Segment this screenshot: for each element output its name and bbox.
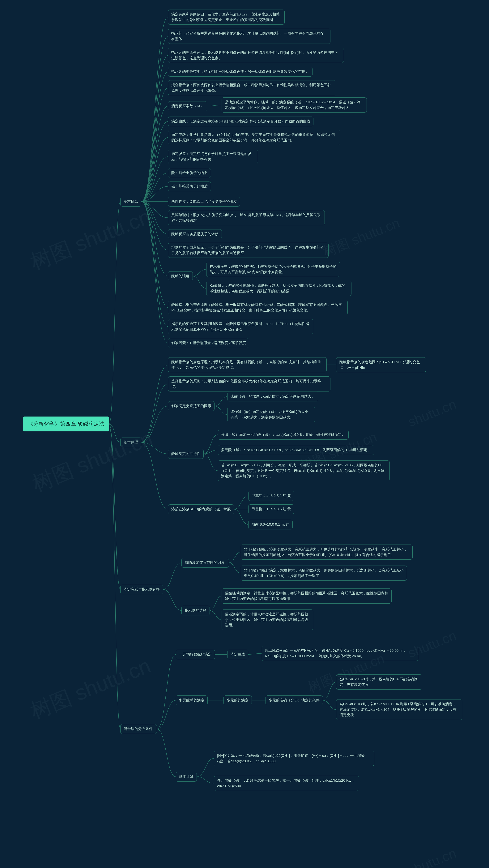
leaf-node[interactable]: 若Ka1(b1)/Ka2(b2)>105，则可分步滴定，形成二个突跃。若Ka1(…	[218, 461, 390, 481]
branch-node[interactable]: 多元酸的滴定	[224, 695, 252, 705]
leaf-node[interactable]: ①酸（碱）的浓度，ca(b)越大，滴定突跃范围越大。	[227, 392, 318, 401]
root-node[interactable]: 《分析化学》第四章 酸碱滴定法	[23, 416, 109, 431]
leaf-node[interactable]: 混合指示剂：两种或两种以上指示剂相混合，或一种指示剂与另一种惰性染料相混合。利用…	[168, 80, 336, 95]
leaf-node[interactable]: 指示剂的变色范围及其影响因素：弱酸性指示剂变色范围：pkhin-1~PKhin+…	[168, 319, 313, 334]
leaf-node[interactable]: 多元弱酸（碱）：若只考虑第一级离解，按一元弱酸（碱）处理：caKa1(b1)≥2…	[214, 776, 359, 791]
leaf-node[interactable]: ②强碱（酸）滴定弱酸（碱），还与Ka(b)的大小有关。Ka(b)越大，滴定突跃范…	[227, 407, 315, 422]
leaf-node[interactable]: 酸碱指示剂的变色原理：指示剂本身是一类有机弱酸（碱），当溶液的pH改变时，其结构…	[168, 357, 327, 372]
leaf-node[interactable]: 滴定误差：滴定终点与化学计量点不一致引起的误差，与指示剂的选择有关。	[168, 149, 258, 164]
leaf-node[interactable]: 在水溶液中，酸碱的强度决定于酸将质子给予水分子或碱从水分子中获取质子的能力，可用…	[206, 262, 340, 277]
leaf-node[interactable]: 强碱滴定弱酸，计量点时溶液呈弱碱性，突跃范围较小，位于碱性区，碱性范围内变色的指…	[222, 610, 313, 630]
branch-node[interactable]: 滴定突跃与指示剂选择	[120, 585, 163, 594]
branch-node[interactable]: 溶质在溶剂SH中的表观酸（碱）常数	[168, 504, 234, 514]
leaf-node[interactable]: 对于弱酸弱碱的滴定，浓度越大，离解常数越大，则突跃范围就越大，反之则越小。当突跃…	[241, 565, 407, 581]
leaf-node[interactable]: 滴定曲线：以滴定过程中溶液pH值的变化对滴定体积（或滴定百分数）作图而得的曲线	[168, 117, 314, 126]
watermark: 树图 shutu.cn	[25, 650, 155, 727]
leaf-node[interactable]: 强碱（酸）滴定一元弱酸（碱）：ca(b)Ka(b)≥10-8，此酸、碱可被准确滴…	[218, 430, 349, 440]
leaf-node[interactable]: 溶剂的质子自递反应：一分子溶剂作为碱接受一分子溶剂作为酸给出的质子，这种发生在溶…	[168, 243, 329, 258]
leaf-node[interactable]: 对于强酸强碱，溶液浓度越大，突跃范围越大，可供选择的指示剂也较多；浓度越小，突跃…	[241, 545, 413, 560]
leaf-node[interactable]: 甲基红 4.4~6.2 5.1 红 黄	[248, 491, 294, 501]
watermark: 树图 shutu.cn	[320, 213, 403, 262]
watermark: 树图 shutu.cn	[27, 423, 157, 499]
leaf-node[interactable]: 两性物质：既能给出也能接受质子的物质	[168, 197, 240, 207]
branch-node[interactable]: 一元弱酸强碱的滴定	[176, 650, 215, 659]
watermark: shutu.cn	[405, 394, 459, 432]
leaf-node[interactable]: 指示剂的变色范围：指示剂由一种型体颜色变为另一型体颜色时溶液参数变化的范围。	[168, 67, 313, 76]
leaf-node[interactable]: 酸碱指示剂的变色原理：酸碱指示剂一般是有机弱酸或有机弱碱，其酸式和其共轭碱式有不…	[168, 300, 348, 315]
branch-node[interactable]: 多元酸准确（分步）滴定的条件	[265, 695, 323, 705]
branch-node[interactable]: 影响滴定突跃范围的因素	[168, 401, 215, 411]
leaf-node[interactable]: 甲基橙 3.1~4.4 3.5 红 黄	[248, 504, 294, 514]
leaf-node[interactable]: 碱：能接受质子的物质	[168, 182, 211, 191]
leaf-node[interactable]: 强酸强碱的滴定，计量点时溶液呈中性，突跃范围横跨酸性区和碱性区，突跃范围较大，酸…	[222, 588, 392, 603]
leaf-node[interactable]: 多元酸（碱）：ca1(b1)Ka1(b1)≥10-8，ca2(b2)Ka2(b2…	[218, 445, 374, 455]
leaf-node[interactable]: 酸碱指示剂的变色范围：pH＝pKHIn±1；理论变色点：pH＝pKHIn	[336, 357, 426, 372]
leaf-node[interactable]: 当CaKai ≥10-8时，若Kai/Kai+1 ≥104,则第 i 级离解的H…	[336, 699, 462, 720]
branch-node[interactable]: 酸碱的强度	[168, 271, 193, 281]
branch-node[interactable]: 指示剂的选择	[182, 606, 210, 615]
leaf-node[interactable]: 指示剂：滴定分析中通过其颜色的变化来指示化学计量点到达的试剂。一般有两种不同颜色…	[168, 29, 330, 44]
mindmap-canvas: 《分析化学》第四章 酸碱滴定法 基本概念 滴定突跃和突跃范围：在化学计量点前后±…	[0, 0, 489, 868]
branch-node[interactable]: 基本计算	[176, 772, 197, 782]
leaf-node[interactable]: 指示剂的理论变色点：指示剂具有不同颜色的两种型体浓度相等时，即[In]=[Xin…	[168, 48, 344, 63]
leaf-node[interactable]: 选择指示剂的原则：指示剂变色的pH范围全部或大部分落在滴定突跃范围内，均可用来指…	[168, 376, 330, 392]
watermark: shutu.cn	[405, 843, 459, 868]
branch-node[interactable]: 基本原理	[120, 437, 141, 447]
leaf-node[interactable]: 酸碱反应的实质是质子的转移	[168, 229, 222, 239]
branch-node[interactable]: 影响滴定突跃范围的因素:	[182, 558, 229, 568]
leaf-node[interactable]: 酚酞 8.0~10.0 9.1 无 红	[248, 520, 293, 529]
leaf-node[interactable]: 当CaKai ＜10-8时，第 i 级离解的H＋不能准确滴定，没有滴定突跃	[336, 675, 422, 689]
leaf-node[interactable]: 酸：能给出质子的物质	[168, 168, 211, 178]
leaf-node[interactable]: 滴定突跃：化学计量点附近（±0.1%）pH的突变。滴定突跃范围是选择指示剂的重要…	[168, 130, 340, 145]
leaf-node[interactable]: 共轭酸碱对：酸(HA)失去质子变为碱(A⁻)，碱A⁻得到质子形成酸(HA)，这种…	[168, 210, 325, 225]
branch-node[interactable]: 滴定曲线	[227, 650, 248, 659]
branch-node[interactable]: 酸碱滴定的可行性	[168, 449, 204, 459]
leaf-node[interactable]: [H+]的计算：一元强酸(碱)：若ca(b)≥20[OH⁻]，用最简式：[H+]…	[214, 751, 374, 766]
branch-node[interactable]: 多元酸碱的滴定	[176, 695, 208, 705]
watermark: 树图 shutu.cn	[25, 201, 155, 278]
leaf-node[interactable]: 现以NaOH滴定一元弱酸HAc为例：设HAc为浓度 Ca＝0.1000mol/L…	[262, 646, 418, 661]
leaf-node[interactable]: 是滴定反应平衡常数。强碱（酸）滴定强酸（碱）：Kt＝1/Kw＝1014；强碱（酸…	[222, 97, 367, 113]
branch-node[interactable]: 滴定反应常数（Kt）	[168, 101, 207, 111]
branch-node[interactable]: 基本概念	[120, 197, 141, 207]
leaf-node[interactable]: 滴定突跃和突跃范围：在化学计量点前后±0.1%，溶液浓度及其相关参数发生的急剧变…	[168, 9, 285, 25]
leaf-node[interactable]: 影响因素：1 指示剂用量 2溶液温度 3离子强度	[168, 338, 249, 348]
leaf-node[interactable]: Ka值越大，酸的酸性就越强，离解程度越大，给出质子的能力越强；Kb值越大，碱的碱…	[206, 281, 352, 296]
branch-node[interactable]: 混合酸的分布条件:	[120, 724, 157, 734]
